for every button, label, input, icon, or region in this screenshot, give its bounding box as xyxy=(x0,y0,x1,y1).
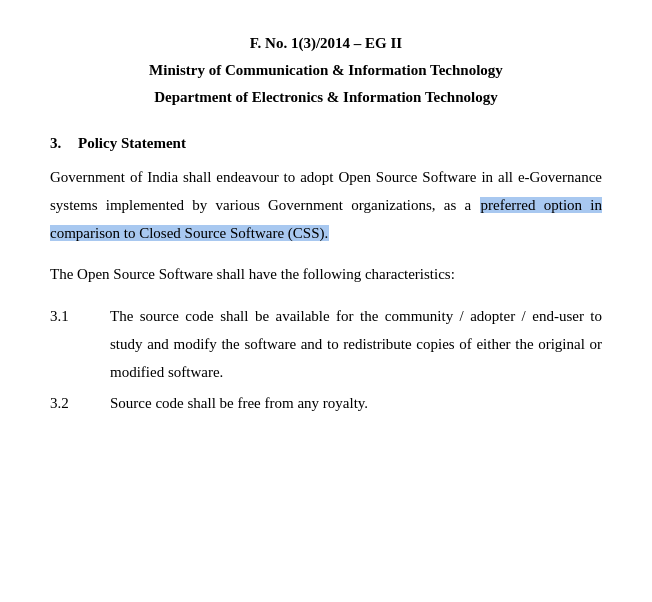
sub-item-3-2: 3.2 Source code shall be free from any r… xyxy=(50,390,602,418)
sub-item-text-3-2: Source code shall be free from any royal… xyxy=(110,390,602,418)
sub-item-text-3-1: The source code shall be available for t… xyxy=(110,303,602,386)
ministry-name: Ministry of Communication & Information … xyxy=(50,57,602,84)
sub-items-list: 3.1 The source code shall be available f… xyxy=(50,303,602,418)
sub-item-3-1: 3.1 The source code shall be available f… xyxy=(50,303,602,386)
section-title: Policy Statement xyxy=(78,135,186,152)
header-section: F. No. 1(3)/2014 – EG II Ministry of Com… xyxy=(50,30,602,111)
sub-item-number-3-1: 3.1 xyxy=(50,303,110,331)
section-heading-row: 3. Policy Statement xyxy=(50,135,602,152)
section-number: 3. xyxy=(50,135,78,152)
file-number: F. No. 1(3)/2014 – EG II xyxy=(50,30,602,57)
policy-paragraph-2: The Open Source Software shall have the … xyxy=(50,261,602,289)
sub-item-number-3-2: 3.2 xyxy=(50,390,110,418)
policy-paragraph-1: Government of India shall endeavour to a… xyxy=(50,164,602,247)
document-container: F. No. 1(3)/2014 – EG II Ministry of Com… xyxy=(50,30,602,418)
policy-section: 3. Policy Statement Government of India … xyxy=(50,135,602,418)
department-name: Department of Electronics & Information … xyxy=(50,84,602,111)
